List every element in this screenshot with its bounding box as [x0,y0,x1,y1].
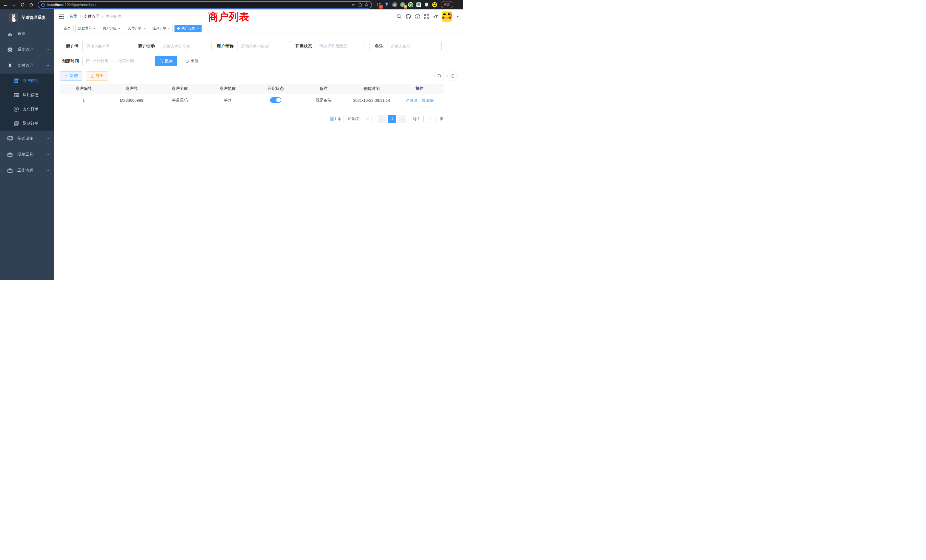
full-name-input[interactable] [162,44,208,48]
bookmark-star-icon[interactable] [365,3,369,7]
password-key-icon[interactable] [351,3,356,7]
svg-text:⌘: ⌘ [393,3,396,7]
tag-close-icon[interactable]: × [143,27,145,30]
goto-page-input[interactable] [424,115,436,123]
full-name-input-wrap [159,41,212,51]
edit-pencil-icon [406,98,409,102]
extensions-puzzle-icon[interactable] [424,2,429,8]
status-select[interactable]: 请选择开启状态 [316,41,370,51]
next-page-button[interactable]: › [398,115,406,123]
date-end-placeholder: 结束日期 [118,59,134,64]
page-size-select[interactable]: 10条/页 [343,115,371,123]
delete-link[interactable]: 删除 [422,98,434,103]
browser-back-button[interactable]: ← [2,1,9,9]
tag-label: 支付订单 [128,26,141,31]
browser-update-button[interactable]: 更新 [441,1,453,8]
tag-close-icon[interactable]: × [94,27,95,30]
table-header-row: 商户编号 商户号 商户全称 商户简称 开启状态 备注 创建时间 操作 [60,84,443,94]
pagination: 共 1 条 10条/页 ‹ 1 › 前往 页 [60,115,443,123]
edit-link-label: 修改 [410,98,418,103]
reset-button[interactable]: 重置 [181,56,203,66]
sidebar-item-refund-order[interactable]: 退款订单 [0,117,54,130]
sidebar-fold-icon[interactable] [59,14,64,19]
app-logo-rabbit [9,13,18,22]
browser-reload-button[interactable] [19,1,26,9]
extension-emoji-icon[interactable] [432,2,437,8]
browser-menu-icon[interactable]: ⋮ [456,3,460,7]
edit-link[interactable]: 修改 [406,98,418,103]
cell-merchant-id: 1 [60,94,107,107]
short-name-input[interactable] [241,44,286,48]
sidebar-item-devtools[interactable]: 研发工具 [0,147,54,162]
pagination-total-prefix: 共 [330,117,334,121]
url-text: localhost:1024/pay/merchant [47,3,349,7]
tag-close-icon[interactable]: × [168,27,170,30]
add-button[interactable]: ＋ 新增 [60,71,82,81]
prev-page-button[interactable]: ‹ [378,115,386,123]
tag-merchant-info[interactable]: 商户信息× [174,25,201,32]
extension-grid-icon[interactable]: 10 [376,2,381,8]
sidebar-item-label: 应用信息 [23,92,39,97]
extension-y-icon[interactable]: y [408,2,413,8]
search-button[interactable]: 搜索 [155,56,177,66]
github-icon[interactable] [406,14,411,20]
sidebar-item-infra[interactable]: 基础设施 [0,130,54,147]
tag-label: 退款订单 [153,26,166,31]
avatar-caret-icon[interactable] [456,16,459,17]
extension-chat-icon[interactable] [416,2,421,8]
sidebar-item-system[interactable]: 系统管理 [0,42,54,58]
tags-view-bar: 首页 流程表单× 用户分组× 支付订单× 退款订单× 商户信息× [54,24,463,33]
sidebar-item-pay-order[interactable]: ¥ 支付订单 [0,102,54,117]
sidebar-logo[interactable]: 芋道管理系统 [0,9,54,26]
merchant-no-input-wrap [82,41,133,51]
extension-status-circle-icon[interactable]: 1 [400,2,406,8]
tag-pay-order[interactable]: 支付订单× [125,25,148,32]
goto-unit-label: 页 [440,117,443,121]
sidebar-item-label: 首页 [17,31,50,36]
fullscreen-icon[interactable] [424,14,429,20]
sidebar-item-label: 支付订单 [23,107,39,112]
remark-input[interactable] [390,44,438,48]
sidebar-item-merchant-info[interactable]: 商户信息 [0,74,54,88]
help-icon[interactable]: ? [415,14,420,20]
active-dot-icon [177,27,180,30]
tag-home[interactable]: 首页 [61,25,74,32]
sidebar-item-pay[interactable]: ¥ 支付管理 [0,58,54,74]
extension-vimium-icon[interactable] [384,2,389,8]
breadcrumb-home[interactable]: 首页 [69,14,77,19]
page-number-1[interactable]: 1 [388,115,396,123]
sidebar-item-app-info[interactable]: 应用信息 [0,88,54,102]
tag-close-icon[interactable]: × [118,27,120,30]
svg-text:¥: ¥ [15,108,17,111]
toggle-search-circle-button[interactable] [434,71,445,81]
status-toggle[interactable] [270,97,281,103]
user-avatar[interactable] [442,11,452,22]
address-bar[interactable]: localhost:1024/pay/merchant [38,1,372,9]
header-search-icon[interactable] [396,14,402,19]
date-range-picker[interactable]: 开始日期 - 结束日期 [82,56,150,66]
tag-user-group[interactable]: 用户分组× [100,25,123,32]
plus-icon: ＋ [64,73,68,79]
refresh-circle-button[interactable] [447,71,458,81]
tag-close-icon[interactable]: × [197,27,199,30]
cell-create-time: 2021-10-23 08:31:14 [348,94,395,107]
page-size-value: 10条/页 [347,117,360,121]
tag-refund-order[interactable]: 退款订单× [150,25,173,32]
tag-process-form[interactable]: 流程表单× [75,25,98,32]
font-size-icon[interactable]: ᴛT [433,14,438,19]
browser-home-button[interactable] [27,1,35,9]
site-info-icon[interactable] [41,3,45,7]
filter-row-2: 创建时间 开始日期 - 结束日期 搜索 重置 [60,56,458,66]
extension-status-badge: 1 [404,5,407,9]
share-icon[interactable] [358,3,362,7]
sidebar-item-workflow[interactable]: 工作流程 [0,162,54,179]
pagination-total-rest: 1 条 [334,117,341,121]
export-button[interactable]: 导出 [86,71,108,81]
merchant-no-input[interactable] [86,44,129,48]
svg-text:y: y [410,3,412,6]
browser-forward-button[interactable]: → [10,1,18,9]
sidebar-item-home[interactable]: 首页 [0,26,54,42]
breadcrumb-pay[interactable]: 支付管理 [83,14,100,19]
chevron-down-icon [46,138,50,140]
extension-command-icon[interactable]: ⌘ [392,2,398,8]
